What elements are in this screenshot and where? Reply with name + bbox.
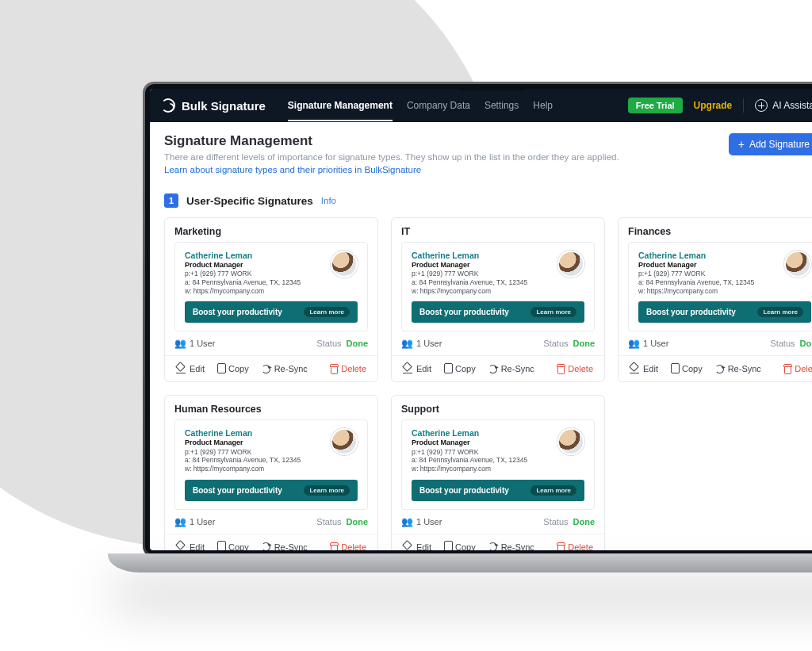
sig-name: Catherine Leman xyxy=(412,428,550,438)
edit-button[interactable]: Edit xyxy=(170,361,211,377)
sig-address: a: 84 Pennsylvania Avenue, TX, 12345 xyxy=(412,456,550,465)
page-title: Signature Management xyxy=(164,133,619,149)
promo-banner: Boost your productivity Learn more xyxy=(638,301,811,323)
signature-cards-grid: Marketing Catherine Leman Product Manage… xyxy=(164,217,812,550)
copy-button[interactable]: Copy xyxy=(438,361,482,377)
resync-button[interactable]: Re-Sync xyxy=(255,361,314,377)
learn-more-pill[interactable]: Learn more xyxy=(304,485,350,496)
resync-button[interactable]: Re-Sync xyxy=(709,361,768,377)
learn-more-pill[interactable]: Learn more xyxy=(530,485,576,496)
copy-icon xyxy=(219,365,226,373)
edit-button[interactable]: Edit xyxy=(170,539,211,551)
card-title: IT xyxy=(392,218,604,242)
page-subtitle: There are different levels of importance… xyxy=(164,152,619,162)
sig-role: Product Manager xyxy=(412,438,550,447)
edit-button[interactable]: Edit xyxy=(396,361,438,377)
delete-button[interactable]: Delete xyxy=(777,361,812,377)
card-title: Human Resources xyxy=(165,396,377,419)
copy-icon xyxy=(672,365,680,373)
promo-banner: Boost your productivity Learn more xyxy=(185,301,358,323)
sig-web: w: https://mycompany.com xyxy=(185,287,323,296)
sync-icon xyxy=(488,542,497,550)
card-title: Support xyxy=(392,396,604,419)
avatar xyxy=(331,428,358,455)
users-icon: 👥 xyxy=(174,516,186,527)
status-label: Status xyxy=(316,517,341,527)
learn-more-pill[interactable]: Learn more xyxy=(530,307,576,317)
sig-name: Catherine Leman xyxy=(185,251,323,261)
avatar xyxy=(557,428,584,455)
edit-icon xyxy=(403,364,412,373)
upgrade-link[interactable]: Upgrade xyxy=(694,100,733,111)
signature-card: Marketing Catherine Leman Product Manage… xyxy=(164,217,378,382)
copy-button[interactable]: Copy xyxy=(438,539,482,551)
trash-icon xyxy=(331,366,338,374)
resync-button[interactable]: Re-Sync xyxy=(482,539,541,551)
nav-settings[interactable]: Settings xyxy=(485,100,519,111)
delete-button[interactable]: Delete xyxy=(550,361,599,377)
sig-phone: p:+1 (929) 777 WORK xyxy=(185,448,323,457)
free-trial-button[interactable]: Free Trial xyxy=(628,98,683,113)
learn-more-pill[interactable]: Learn more xyxy=(304,307,350,317)
card-title: Marketing xyxy=(165,218,377,242)
trash-icon xyxy=(784,366,791,374)
users-icon: 👥 xyxy=(401,338,413,349)
sync-icon xyxy=(262,365,270,373)
signature-preview: Catherine Leman Product Manager p:+1 (92… xyxy=(401,419,595,509)
resync-button[interactable]: Re-Sync xyxy=(255,539,314,551)
user-count: 1 User xyxy=(190,339,215,348)
copy-button[interactable]: Copy xyxy=(665,361,709,377)
sig-address: a: 84 Pennsylvania Avenue, TX, 12345 xyxy=(412,278,550,287)
sig-phone: p:+1 (929) 777 WORK xyxy=(412,448,550,457)
status-label: Status xyxy=(543,517,568,527)
brand-name: Bulk Signature xyxy=(182,99,266,113)
sig-role: Product Manager xyxy=(185,261,323,270)
edit-button[interactable]: Edit xyxy=(623,361,665,377)
nav-links: Signature Management Company Data Settin… xyxy=(288,100,553,111)
delete-button[interactable]: Delete xyxy=(324,361,373,377)
copy-icon xyxy=(446,542,453,550)
copy-button[interactable]: Copy xyxy=(211,361,255,377)
sig-web: w: https://mycompany.com xyxy=(412,287,550,296)
edit-button[interactable]: Edit xyxy=(396,539,438,551)
sig-web: w: https://mycompany.com xyxy=(638,287,776,296)
nav-company-data[interactable]: Company Data xyxy=(407,100,470,111)
edit-icon xyxy=(176,364,186,373)
signature-preview: Catherine Leman Product Manager p:+1 (92… xyxy=(628,242,812,331)
user-count: 1 User xyxy=(643,339,668,348)
brand[interactable]: Bulk Signature xyxy=(161,98,266,113)
section-title: User-Specific Signatures xyxy=(186,195,313,207)
sig-phone: p:+1 (929) 777 WORK xyxy=(638,270,776,278)
delete-button[interactable]: Delete xyxy=(550,539,599,551)
learn-more-pill[interactable]: Learn more xyxy=(757,307,803,317)
sig-role: Product Manager xyxy=(412,261,550,270)
sig-name: Catherine Leman xyxy=(412,251,550,261)
status-label: Status xyxy=(316,339,341,348)
nav-signature-management[interactable]: Signature Management xyxy=(288,100,393,111)
status-value: Done xyxy=(347,517,369,527)
nav-help[interactable]: Help xyxy=(533,100,553,111)
sig-address: a: 84 Pennsylvania Avenue, TX, 12345 xyxy=(185,456,323,465)
copy-button[interactable]: Copy xyxy=(211,539,255,551)
signature-preview: Catherine Leman Product Manager p:+1 (92… xyxy=(174,419,368,509)
add-signature-button[interactable]: + Add Signature xyxy=(729,133,812,155)
sig-address: a: 84 Pennsylvania Avenue, TX, 12345 xyxy=(638,278,776,287)
status-value: Done xyxy=(573,339,596,348)
learn-link[interactable]: Learn about signature types and their pr… xyxy=(164,165,421,174)
status-label: Status xyxy=(770,339,795,348)
signature-card: Human Resources Catherine Leman Product … xyxy=(164,395,378,550)
sig-name: Catherine Leman xyxy=(638,251,776,261)
ai-assistant-button[interactable]: AI Assistant xyxy=(755,99,812,112)
user-count: 1 User xyxy=(416,339,442,348)
copy-icon xyxy=(446,365,453,373)
resync-button[interactable]: Re-Sync xyxy=(482,361,541,377)
sync-icon xyxy=(715,365,724,373)
section-user-specific: 1 User-Specific Signatures Info xyxy=(164,193,812,208)
sig-phone: p:+1 (929) 777 WORK xyxy=(185,270,323,278)
delete-button[interactable]: Delete xyxy=(324,539,373,551)
signature-preview: Catherine Leman Product Manager p:+1 (92… xyxy=(174,242,368,331)
section-info-link[interactable]: Info xyxy=(321,196,336,205)
status-label: Status xyxy=(543,339,568,348)
laptop-base xyxy=(108,553,812,572)
nav-divider xyxy=(743,98,744,113)
